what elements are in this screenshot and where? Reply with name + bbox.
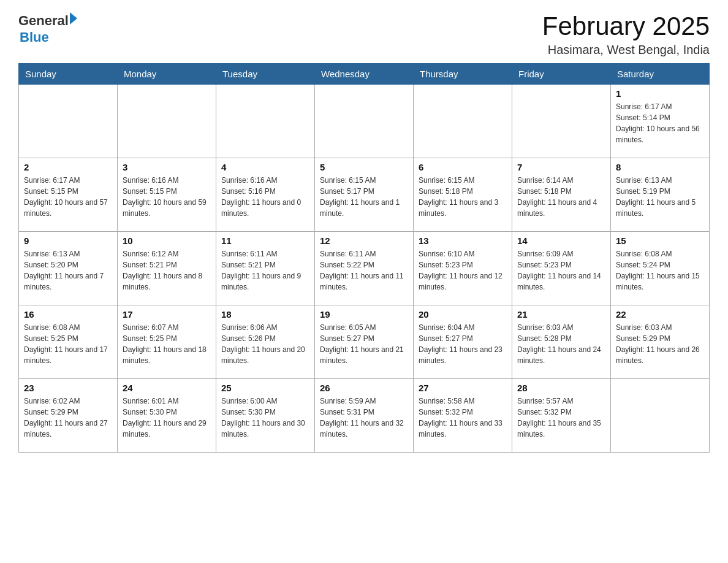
calendar-cell: 9Sunrise: 6:13 AM Sunset: 5:20 PM Daylig… bbox=[19, 232, 118, 305]
day-number: 8 bbox=[616, 162, 704, 172]
day-info: Sunrise: 6:04 AM Sunset: 5:27 PM Dayligh… bbox=[419, 322, 507, 366]
weekday-header-monday: Monday bbox=[118, 64, 216, 85]
location-title: Hasimara, West Bengal, India bbox=[542, 43, 710, 57]
calendar-cell: 20Sunrise: 6:04 AM Sunset: 5:27 PM Dayli… bbox=[414, 305, 512, 379]
day-number: 9 bbox=[24, 236, 112, 246]
day-info: Sunrise: 6:13 AM Sunset: 5:20 PM Dayligh… bbox=[24, 248, 112, 293]
calendar-cell: 21Sunrise: 6:03 AM Sunset: 5:28 PM Dayli… bbox=[512, 305, 611, 379]
calendar-cell: 23Sunrise: 6:02 AM Sunset: 5:29 PM Dayli… bbox=[19, 379, 118, 453]
calendar-cell bbox=[414, 85, 512, 158]
day-info: Sunrise: 6:15 AM Sunset: 5:17 PM Dayligh… bbox=[320, 175, 408, 219]
calendar-cell: 28Sunrise: 5:57 AM Sunset: 5:32 PM Dayli… bbox=[512, 379, 611, 453]
day-number: 10 bbox=[123, 236, 211, 246]
day-info: Sunrise: 6:06 AM Sunset: 5:26 PM Dayligh… bbox=[221, 322, 309, 366]
calendar-cell: 6Sunrise: 6:15 AM Sunset: 5:18 PM Daylig… bbox=[414, 158, 512, 232]
day-info: Sunrise: 6:17 AM Sunset: 5:15 PM Dayligh… bbox=[24, 175, 112, 219]
calendar-week-row: 9Sunrise: 6:13 AM Sunset: 5:20 PM Daylig… bbox=[19, 232, 710, 305]
calendar-cell bbox=[19, 85, 118, 158]
day-info: Sunrise: 6:03 AM Sunset: 5:29 PM Dayligh… bbox=[616, 322, 704, 366]
calendar-week-row: 1Sunrise: 6:17 AM Sunset: 5:14 PM Daylig… bbox=[19, 85, 710, 158]
day-number: 27 bbox=[419, 383, 507, 393]
calendar-cell: 17Sunrise: 6:07 AM Sunset: 5:25 PM Dayli… bbox=[118, 305, 216, 379]
day-number: 3 bbox=[123, 162, 211, 172]
calendar-cell: 14Sunrise: 6:09 AM Sunset: 5:23 PM Dayli… bbox=[512, 232, 611, 305]
day-info: Sunrise: 6:03 AM Sunset: 5:28 PM Dayligh… bbox=[517, 322, 605, 366]
calendar-cell: 7Sunrise: 6:14 AM Sunset: 5:18 PM Daylig… bbox=[512, 158, 611, 232]
page-header: General Blue February 2025 Hasimara, Wes… bbox=[18, 12, 710, 57]
weekday-header-sunday: Sunday bbox=[19, 64, 118, 85]
day-number: 4 bbox=[221, 162, 309, 172]
calendar-cell: 27Sunrise: 5:58 AM Sunset: 5:32 PM Dayli… bbox=[414, 379, 512, 453]
logo-blue-text: Blue bbox=[20, 29, 49, 45]
day-number: 20 bbox=[419, 309, 507, 320]
logo-arrow-icon bbox=[70, 12, 77, 25]
day-info: Sunrise: 5:59 AM Sunset: 5:31 PM Dayligh… bbox=[320, 396, 408, 440]
calendar-cell: 12Sunrise: 6:11 AM Sunset: 5:22 PM Dayli… bbox=[315, 232, 414, 305]
weekday-header-thursday: Thursday bbox=[414, 64, 512, 85]
day-info: Sunrise: 6:02 AM Sunset: 5:29 PM Dayligh… bbox=[24, 396, 112, 440]
day-number: 21 bbox=[517, 309, 605, 320]
day-number: 16 bbox=[24, 309, 112, 320]
day-info: Sunrise: 6:12 AM Sunset: 5:21 PM Dayligh… bbox=[123, 248, 211, 293]
day-number: 18 bbox=[221, 309, 309, 320]
day-info: Sunrise: 6:05 AM Sunset: 5:27 PM Dayligh… bbox=[320, 322, 408, 366]
day-number: 17 bbox=[123, 309, 211, 320]
calendar-cell: 25Sunrise: 6:00 AM Sunset: 5:30 PM Dayli… bbox=[216, 379, 315, 453]
title-section: February 2025 Hasimara, West Bengal, Ind… bbox=[542, 12, 710, 57]
calendar-cell: 5Sunrise: 6:15 AM Sunset: 5:17 PM Daylig… bbox=[315, 158, 414, 232]
day-number: 23 bbox=[24, 383, 112, 393]
weekday-header-row: SundayMondayTuesdayWednesdayThursdayFrid… bbox=[19, 64, 710, 85]
weekday-header-friday: Friday bbox=[512, 64, 611, 85]
day-info: Sunrise: 6:01 AM Sunset: 5:30 PM Dayligh… bbox=[123, 396, 211, 440]
day-number: 5 bbox=[320, 162, 408, 172]
day-info: Sunrise: 6:10 AM Sunset: 5:23 PM Dayligh… bbox=[419, 248, 507, 293]
calendar-cell: 13Sunrise: 6:10 AM Sunset: 5:23 PM Dayli… bbox=[414, 232, 512, 305]
day-number: 13 bbox=[419, 236, 507, 246]
day-number: 28 bbox=[517, 383, 605, 393]
calendar-cell bbox=[118, 85, 216, 158]
day-info: Sunrise: 6:17 AM Sunset: 5:14 PM Dayligh… bbox=[616, 101, 704, 145]
calendar-cell bbox=[611, 379, 710, 453]
logo: General Blue bbox=[18, 12, 77, 45]
calendar-cell: 10Sunrise: 6:12 AM Sunset: 5:21 PM Dayli… bbox=[118, 232, 216, 305]
day-number: 15 bbox=[616, 236, 704, 246]
day-info: Sunrise: 6:13 AM Sunset: 5:19 PM Dayligh… bbox=[616, 175, 704, 219]
calendar-cell: 22Sunrise: 6:03 AM Sunset: 5:29 PM Dayli… bbox=[611, 305, 710, 379]
day-info: Sunrise: 6:11 AM Sunset: 5:22 PM Dayligh… bbox=[320, 248, 408, 293]
day-info: Sunrise: 6:15 AM Sunset: 5:18 PM Dayligh… bbox=[419, 175, 507, 219]
day-info: Sunrise: 6:07 AM Sunset: 5:25 PM Dayligh… bbox=[123, 322, 211, 366]
day-number: 14 bbox=[517, 236, 605, 246]
calendar-cell: 24Sunrise: 6:01 AM Sunset: 5:30 PM Dayli… bbox=[118, 379, 216, 453]
day-info: Sunrise: 6:00 AM Sunset: 5:30 PM Dayligh… bbox=[221, 396, 309, 440]
day-number: 1 bbox=[616, 88, 704, 99]
day-info: Sunrise: 6:16 AM Sunset: 5:16 PM Dayligh… bbox=[221, 175, 309, 219]
calendar-cell: 2Sunrise: 6:17 AM Sunset: 5:15 PM Daylig… bbox=[19, 158, 118, 232]
day-info: Sunrise: 5:58 AM Sunset: 5:32 PM Dayligh… bbox=[419, 396, 507, 440]
month-title: February 2025 bbox=[542, 12, 710, 40]
day-number: 22 bbox=[616, 309, 704, 320]
day-number: 11 bbox=[221, 236, 309, 246]
day-info: Sunrise: 6:09 AM Sunset: 5:23 PM Dayligh… bbox=[517, 248, 605, 293]
day-info: Sunrise: 6:11 AM Sunset: 5:21 PM Dayligh… bbox=[221, 248, 309, 293]
calendar-cell: 8Sunrise: 6:13 AM Sunset: 5:19 PM Daylig… bbox=[611, 158, 710, 232]
calendar-cell: 19Sunrise: 6:05 AM Sunset: 5:27 PM Dayli… bbox=[315, 305, 414, 379]
day-number: 12 bbox=[320, 236, 408, 246]
day-info: Sunrise: 6:08 AM Sunset: 5:24 PM Dayligh… bbox=[616, 248, 704, 293]
calendar-cell: 3Sunrise: 6:16 AM Sunset: 5:15 PM Daylig… bbox=[118, 158, 216, 232]
weekday-header-tuesday: Tuesday bbox=[216, 64, 315, 85]
day-number: 24 bbox=[123, 383, 211, 393]
calendar-cell: 15Sunrise: 6:08 AM Sunset: 5:24 PM Dayli… bbox=[611, 232, 710, 305]
day-info: Sunrise: 6:08 AM Sunset: 5:25 PM Dayligh… bbox=[24, 322, 112, 366]
calendar-week-row: 2Sunrise: 6:17 AM Sunset: 5:15 PM Daylig… bbox=[19, 158, 710, 232]
calendar-cell bbox=[512, 85, 611, 158]
calendar-table: SundayMondayTuesdayWednesdayThursdayFrid… bbox=[18, 63, 710, 453]
calendar-cell: 11Sunrise: 6:11 AM Sunset: 5:21 PM Dayli… bbox=[216, 232, 315, 305]
weekday-header-saturday: Saturday bbox=[611, 64, 710, 85]
day-number: 26 bbox=[320, 383, 408, 393]
day-number: 6 bbox=[419, 162, 507, 172]
calendar-cell: 4Sunrise: 6:16 AM Sunset: 5:16 PM Daylig… bbox=[216, 158, 315, 232]
logo-general-text: General bbox=[18, 13, 69, 29]
calendar-cell: 1Sunrise: 6:17 AM Sunset: 5:14 PM Daylig… bbox=[611, 85, 710, 158]
weekday-header-wednesday: Wednesday bbox=[315, 64, 414, 85]
calendar-cell: 16Sunrise: 6:08 AM Sunset: 5:25 PM Dayli… bbox=[19, 305, 118, 379]
